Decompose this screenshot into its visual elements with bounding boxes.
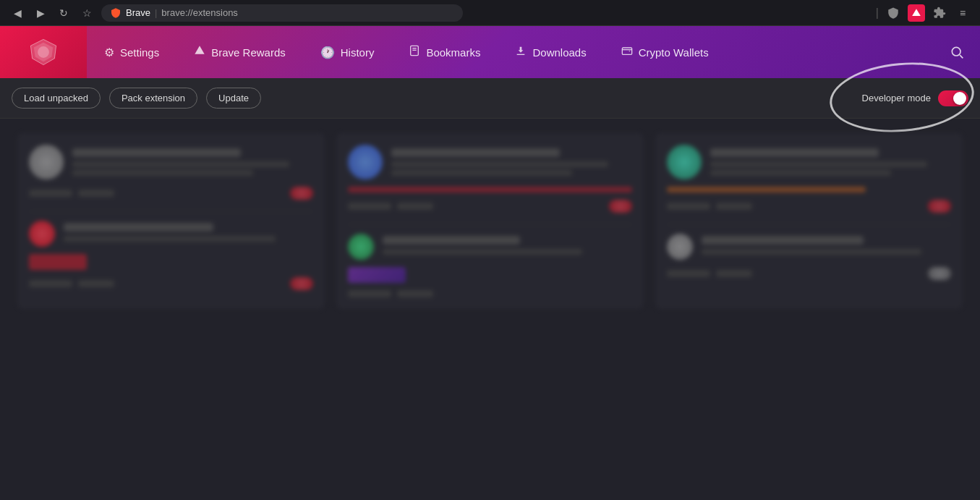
brave-rewards-label: Brave Rewards [211,46,286,59]
ext-desc-2ba [383,249,582,255]
ext-remove-red-1[interactable] [29,254,87,270]
ext-icon-1 [29,145,64,179]
svg-point-8 [952,47,960,56]
ext-name-3b [702,236,864,245]
ext-details-btn-3b[interactable] [667,270,710,277]
ext-desc-1b [72,170,253,176]
ext-footer-2b [348,290,632,297]
ext-details-btn-1[interactable] [29,190,72,197]
extension-card-3 [655,133,963,309]
ext-title-block-1 [72,148,313,176]
developer-mode-label: Developer mode [862,93,931,103]
address-bar[interactable]: Brave | brave://extensions [101,4,463,22]
bookmark-button[interactable]: ☆ [78,4,95,22]
menu-icon: ≡ [960,7,966,19]
developer-mode-toggle[interactable] [938,90,968,106]
ext-toggle-3[interactable] [928,200,951,213]
history-icon: 🕐 [320,46,335,59]
nav-menu: ⚙ Settings Brave Rewards 🕐 History [0,26,980,78]
ext-toggle-1b[interactable] [290,277,313,290]
svg-rect-7 [622,48,631,54]
ext-details-btn-3[interactable] [667,203,710,210]
ext-toggle-1[interactable] [290,187,313,200]
ext-title-block-2b [383,236,632,258]
brave-logo-area [0,26,87,78]
ext-remove-btn-2b[interactable] [397,290,433,297]
ext-footer-1 [29,187,313,200]
ext-header-2 [348,145,632,179]
forward-icon: ▶ [37,7,45,19]
brave-shield-icon [110,7,122,19]
url-text: brave://extensions [161,7,238,18]
ext-name-1 [72,148,241,157]
ext-action-purple-2[interactable] [348,267,406,283]
ext-details-btn-2b[interactable] [348,290,391,297]
ext-warning-2 [348,187,632,192]
bookmarks-label: Bookmarks [426,46,480,59]
crypto-wallets-icon [621,45,633,59]
vertical-divider: | [876,7,879,20]
ext-warning-3 [667,187,866,192]
ext-details-btn-1b[interactable] [29,280,72,287]
downloads-nav-item[interactable]: Downloads [498,26,603,78]
ext-toggle-2[interactable] [609,200,632,213]
content-area [0,119,980,500]
reload-button[interactable]: ↻ [55,4,72,22]
crypto-wallets-nav-item[interactable]: Crypto Wallets [604,26,726,78]
reload-icon: ↻ [59,7,68,19]
site-name: Brave [126,7,150,18]
brave-shield-button[interactable] [885,4,902,22]
update-button[interactable]: Update [206,88,261,109]
ext-name-2b [383,236,520,245]
forward-button[interactable]: ▶ [32,4,49,22]
ext-toggle-3b[interactable] [928,267,951,280]
back-icon: ◀ [14,7,22,19]
ext-title-block-3 [710,148,951,176]
svg-line-9 [960,55,963,58]
settings-nav-item[interactable]: ⚙ Settings [87,26,176,78]
developer-mode-container: Developer mode [862,90,968,106]
ext-desc-3ba [702,249,921,255]
pack-extension-button[interactable]: Pack extension [109,88,197,109]
ext-icon-3 [667,145,702,179]
ext-details-btn-2[interactable] [348,203,391,210]
history-nav-item[interactable]: 🕐 History [303,26,392,78]
ext-name-3 [710,148,879,157]
brave-rewards-icon [194,45,205,59]
extension-card-2 [336,133,644,309]
extensions-grid [17,133,963,309]
ext-header-3b [667,234,951,260]
search-icon [950,45,964,59]
extension-card-1 [17,133,325,309]
brave-rewards-button[interactable] [908,4,925,22]
ext-footer-3b [667,267,951,280]
ext-footer-1b [29,277,313,290]
search-button[interactable] [942,38,971,67]
ext-desc-1a [72,161,289,167]
brave-rewards-nav-item[interactable]: Brave Rewards [176,26,303,78]
url-separator: | [155,7,157,18]
chrome-right: | ≡ [876,4,971,22]
history-label: History [341,46,375,59]
extensions-button[interactable] [931,4,948,22]
ext-icon-2b [348,234,374,260]
ext-remove-btn-3[interactable] [716,203,752,210]
downloads-label: Downloads [532,46,586,59]
ext-desc-3a [710,161,927,167]
settings-icon: ⚙ [104,46,114,59]
ext-desc-2a [391,161,608,167]
downloads-icon [515,45,527,59]
ext-remove-btn-2[interactable] [397,203,433,210]
settings-label: Settings [120,46,159,59]
load-unpacked-button[interactable]: Load unpacked [12,88,101,109]
ext-remove-btn-3b[interactable] [716,270,752,277]
bookmarks-nav-item[interactable]: Bookmarks [391,26,498,78]
ext-title-block-1b [64,223,313,245]
ext-title-block-2 [391,148,632,176]
ext-remove-btn-1[interactable] [78,190,114,197]
nav-items: ⚙ Settings Brave Rewards 🕐 History [87,26,942,78]
ext-desc-3b [710,170,891,176]
menu-button[interactable]: ≡ [954,4,971,22]
back-button[interactable]: ◀ [9,4,26,22]
ext-remove-btn-1b[interactable] [78,280,114,287]
